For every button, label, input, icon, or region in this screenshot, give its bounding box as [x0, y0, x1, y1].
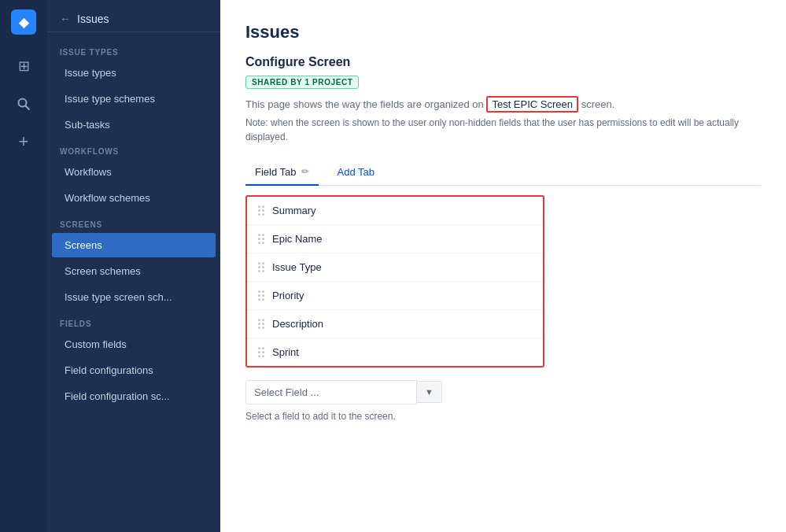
note-text: Note: when the screen is shown to the us… — [245, 116, 761, 144]
sidebar-item-screens[interactable]: Screens — [52, 233, 216, 257]
field-label-sprint: Sprint — [272, 346, 299, 358]
select-field-dropdown[interactable]: Select Field ... — [245, 380, 417, 405]
sidebar-item-field-configuration-schemes[interactable]: Field configuration sc... — [52, 384, 216, 408]
add-icon[interactable]: + — [11, 129, 36, 154]
tabs-row: Field Tab ✏ Add Tab — [245, 160, 761, 186]
field-row-description: Description — [247, 310, 543, 338]
field-label-issue-type: Issue Type — [272, 261, 322, 273]
sidebar-item-workflow-schemes[interactable]: Workflow schemes — [52, 186, 216, 210]
description-text: This page shows the way the fields are o… — [245, 97, 761, 113]
description-suffix: screen. — [578, 98, 614, 110]
tab-field-tab[interactable]: Field Tab ✏ — [245, 160, 319, 186]
section-label-workflows: WORKFLOWS — [47, 138, 220, 159]
sidebar-item-field-configurations[interactable]: Field configurations — [52, 358, 216, 382]
sidebar-header-title: Issues — [77, 13, 109, 25]
sidebar-item-sub-tasks[interactable]: Sub-tasks — [52, 113, 216, 137]
field-label-epic-name: Epic Name — [272, 233, 323, 245]
sidebar-item-custom-fields[interactable]: Custom fields — [52, 332, 216, 357]
main-content: Issues Configure Screen SHARED BY 1 PROJ… — [220, 0, 786, 532]
logo-icon: ◆ — [19, 15, 28, 30]
add-tab-button[interactable]: Add Tab — [328, 160, 384, 186]
field-row-issue-type: Issue Type — [247, 253, 543, 282]
drag-handle-summary[interactable] — [258, 205, 264, 216]
app-logo: ◆ — [11, 9, 36, 35]
search-icon[interactable] — [11, 91, 36, 116]
field-row-sprint: Sprint — [247, 338, 543, 366]
page-title: Issues — [245, 22, 761, 42]
field-label-summary: Summary — [272, 205, 316, 216]
home-icon[interactable]: ⊞ — [11, 54, 36, 79]
fields-box: Summary Epic Name Issue Type — [245, 195, 544, 368]
tab-field-tab-label: Field Tab — [255, 166, 297, 178]
sidebar-item-workflows[interactable]: Workflows — [52, 160, 216, 184]
icon-bar: ◆ ⊞ + — [0, 0, 47, 532]
select-field-hint: Select a field to add it to the screen. — [245, 411, 761, 422]
edit-icon[interactable]: ✏ — [301, 166, 309, 177]
section-label-screens: SCREENS — [47, 211, 220, 232]
sidebar-item-issue-type-screen-schemes[interactable]: Issue type screen sch... — [52, 285, 216, 309]
drag-handle-description[interactable] — [258, 319, 264, 329]
back-button[interactable]: ← — [60, 13, 71, 25]
configure-screen-title: Configure Screen — [245, 55, 761, 69]
drag-handle-issue-type[interactable] — [258, 262, 264, 272]
select-field-row: Select Field ... ▼ — [245, 380, 761, 405]
sidebar: ← Issues ISSUE TYPES Issue types Issue t… — [47, 0, 220, 532]
field-label-description: Description — [272, 318, 323, 330]
section-label-fields: FIELDS — [47, 310, 220, 331]
drag-handle-epic-name[interactable] — [258, 234, 264, 244]
field-row-summary: Summary — [247, 197, 543, 225]
sidebar-item-issue-type-schemes[interactable]: Issue type schemes — [52, 87, 216, 111]
field-row-priority: Priority — [247, 282, 543, 310]
select-field-arrow[interactable]: ▼ — [417, 381, 442, 403]
sidebar-item-issue-types[interactable]: Issue types — [52, 61, 216, 85]
highlighted-screen-name: Test EPIC Screen — [486, 96, 578, 113]
field-label-priority: Priority — [272, 290, 304, 301]
sidebar-item-screen-schemes[interactable]: Screen schemes — [52, 259, 216, 283]
drag-handle-sprint[interactable] — [258, 347, 264, 357]
description-prefix: This page shows the way the fields are o… — [245, 98, 486, 110]
drag-handle-priority[interactable] — [258, 290, 264, 301]
section-label-issue-types: ISSUE TYPES — [47, 39, 220, 60]
sidebar-header: ← Issues — [47, 0, 220, 32]
svg-line-1 — [26, 106, 30, 110]
field-row-epic-name: Epic Name — [247, 225, 543, 253]
shared-badge: SHARED BY 1 PROJECT — [245, 76, 359, 89]
